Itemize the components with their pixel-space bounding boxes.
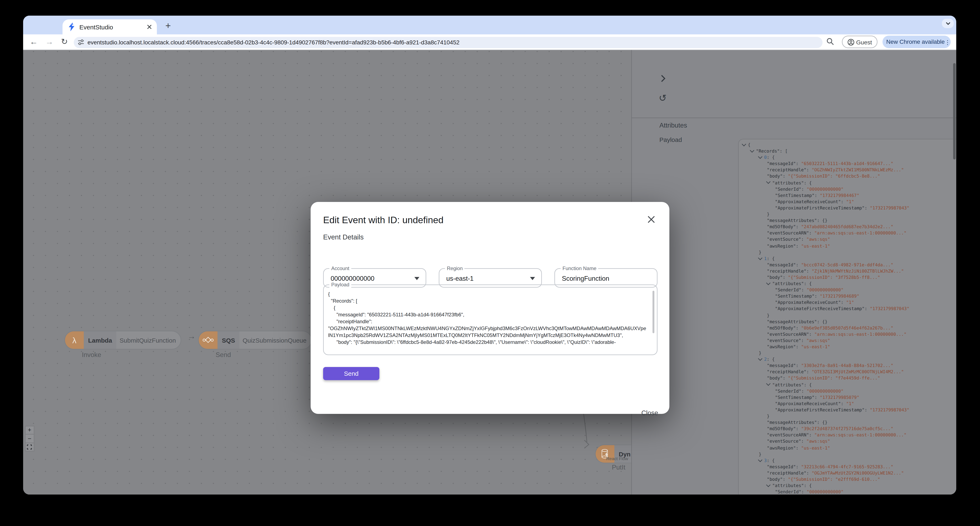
zoom-in-button[interactable]: + bbox=[25, 426, 33, 435]
json-line: "body": "{"SubmissionID": "3f7528b5-ff8.… bbox=[739, 274, 956, 281]
field-value: us-east-1 bbox=[446, 269, 474, 287]
json-line: "eventSourceARN": "arn:aws:sqs:us-east-1… bbox=[739, 230, 956, 236]
json-line: "SenderId": "000000000000" bbox=[739, 287, 956, 293]
json-line: "SentTimestamp": "1732179984689" bbox=[739, 293, 956, 300]
browser-toolbar: ← → ↻ eventstudio.localhost.localstack.c… bbox=[23, 34, 956, 50]
collapse-arrow-icon[interactable] bbox=[758, 255, 762, 260]
collapse-arrow-icon[interactable] bbox=[742, 142, 746, 146]
json-line: } bbox=[739, 249, 956, 255]
search-icon[interactable] bbox=[826, 38, 834, 46]
forward-button[interactable]: → bbox=[45, 35, 54, 49]
menu-kebab-icon[interactable]: ⋮ bbox=[945, 38, 951, 45]
modal-close-icon[interactable] bbox=[647, 215, 655, 224]
collapse-arrow-icon[interactable] bbox=[766, 281, 770, 285]
json-line: "messageId": "32213c66-4794-4fc7-9165-92… bbox=[739, 464, 956, 470]
dropdown-arrow-icon bbox=[414, 277, 419, 280]
json-line: "body": "{"SubmissionID": "f7e4459d-ffe.… bbox=[739, 375, 956, 382]
json-line: } bbox=[739, 413, 956, 419]
profile-button[interactable]: Guest bbox=[842, 36, 878, 48]
json-line: "messageAttributes": {} bbox=[739, 419, 956, 426]
json-line: "receiptHandle": "OGJmYTAwMzUtZGY2Ni00OG… bbox=[739, 470, 956, 477]
zoom-out-button[interactable]: − bbox=[25, 435, 33, 443]
json-line[interactable]: 3: { bbox=[739, 457, 956, 464]
payload-json-viewer[interactable]: {"Records": [0: {"messageId": "65032221-… bbox=[738, 139, 956, 494]
json-line: "messageAttributes": {} bbox=[739, 319, 956, 325]
site-settings-icon[interactable] bbox=[78, 39, 84, 46]
url-text: eventstudio.localhost.localstack.cloud:4… bbox=[88, 39, 460, 45]
address-bar[interactable]: eventstudio.localhost.localstack.cloud:4… bbox=[74, 37, 822, 48]
json-line[interactable]: 1: { bbox=[739, 255, 956, 262]
json-line: "SenderId": "000000000000" bbox=[739, 186, 956, 192]
profile-label: Guest bbox=[856, 38, 872, 45]
eventstudio-favicon bbox=[67, 22, 76, 31]
tab-close-icon[interactable] bbox=[147, 24, 152, 29]
json-line: "ApproximateReceiveCount": "1" bbox=[739, 199, 956, 205]
json-tree: {"Records": [0: {"messageId": "65032221-… bbox=[739, 139, 956, 494]
browser-window: EventStudio + ← → ↻ eventstudio.loc bbox=[23, 16, 956, 494]
edge-action-label: PutIt bbox=[612, 463, 631, 471]
json-line[interactable]: { bbox=[739, 142, 956, 148]
json-line: "awsRegion": "us-east-1" bbox=[739, 243, 956, 249]
json-line: "SentTimestamp": "1732179985079" bbox=[739, 394, 956, 400]
json-line: "messageId": "65032221-5111-443b-a1d4-91… bbox=[739, 161, 956, 167]
json-line: } bbox=[739, 312, 956, 319]
collapse-arrow-icon[interactable] bbox=[766, 382, 770, 386]
modal-title: Edit Event with ID: undefined bbox=[323, 214, 444, 225]
json-line[interactable]: "attributes": { bbox=[739, 180, 956, 186]
json-line: "md5OfBody": "247abd08240465fdd687ee7b34… bbox=[739, 224, 956, 230]
send-button[interactable]: Send bbox=[323, 367, 379, 380]
json-line: "receiptHandle": "Zjk1NjNkMWYtNzJiNi00ZT… bbox=[739, 268, 956, 274]
json-line: "SentTimestamp": "1732179984467" bbox=[739, 192, 956, 199]
payload-field: Payload { "Records": [ { "messageId": "6… bbox=[323, 284, 657, 355]
back-button[interactable]: ← bbox=[29, 35, 39, 49]
page-scrollbar[interactable] bbox=[953, 63, 956, 159]
fit-view-icon bbox=[27, 444, 32, 449]
section-title: Event Details bbox=[323, 233, 364, 241]
json-line: } bbox=[739, 350, 956, 356]
collapse-arrow-icon[interactable] bbox=[766, 180, 770, 184]
json-line: "receiptHandle": "OTE3ZGI3MjUtZmMzMC00OT… bbox=[739, 369, 956, 375]
replay-icon[interactable]: ↻ bbox=[659, 92, 667, 104]
collapse-arrow-icon[interactable] bbox=[758, 356, 762, 360]
canvas-zoom-controls: + − bbox=[25, 426, 34, 452]
attributes-section-header[interactable]: Attributes bbox=[659, 121, 687, 129]
payload-field-label: Payload bbox=[659, 136, 682, 143]
chevron-down-icon bbox=[945, 22, 950, 25]
person-icon bbox=[847, 38, 854, 45]
payload-scrollbar[interactable] bbox=[652, 290, 655, 333]
json-line[interactable]: 0: { bbox=[739, 155, 956, 161]
reload-button[interactable]: ↻ bbox=[59, 35, 69, 49]
tab-search-button[interactable] bbox=[942, 19, 954, 28]
json-line: "eventSource": "aws:sqs" bbox=[739, 236, 956, 243]
json-line: } bbox=[739, 211, 956, 218]
panel-collapse-icon[interactable] bbox=[661, 74, 666, 83]
tab-eventstudio[interactable]: EventStudio bbox=[62, 19, 157, 34]
dropdown-arrow-icon bbox=[530, 277, 535, 280]
collapse-arrow-icon[interactable] bbox=[766, 483, 770, 487]
json-line: "SenderId": "000000000000" bbox=[739, 388, 956, 394]
payload-textarea[interactable]: { "Records": [ { "messageId": "65032221-… bbox=[328, 290, 647, 351]
collapse-arrow-icon[interactable] bbox=[758, 155, 762, 158]
json-line[interactable]: "attributes": { bbox=[739, 483, 956, 489]
react-flow-attribution[interactable]: React Flow bbox=[606, 456, 628, 461]
chrome-update-button[interactable]: New Chrome available ⋮ bbox=[883, 36, 951, 48]
field-value: ScoringFunction bbox=[562, 269, 609, 287]
collapse-arrow-icon[interactable] bbox=[750, 148, 754, 152]
json-line: "ApproximateReceiveCount": "1" bbox=[739, 300, 956, 306]
json-line[interactable]: "attributes": { bbox=[739, 382, 956, 388]
json-line: "md5OfBody": "0b6e9ef385d0507d5f46e4f62a… bbox=[739, 325, 956, 331]
close-button[interactable]: Close bbox=[641, 409, 658, 416]
json-line: "ApproximateReceiveCount": "1" bbox=[739, 401, 956, 407]
json-line: "body": "{"SubmissionID": "e2fff69d-610.… bbox=[739, 477, 956, 483]
new-tab-button[interactable]: + bbox=[161, 19, 175, 32]
json-line: "messageId": "3303e2fa-8a91-44a8-884a-52… bbox=[739, 363, 956, 369]
edit-event-modal: Edit Event with ID: undefined Event Deta… bbox=[311, 202, 670, 414]
json-line: "messageId": "bccc0742-5cd8-4982-971e-dd… bbox=[739, 262, 956, 268]
json-line: "awsRegion": "us-east-1" bbox=[739, 344, 956, 350]
json-line[interactable]: "attributes": { bbox=[739, 281, 956, 287]
json-line[interactable]: "Records": [ bbox=[739, 148, 956, 155]
json-line[interactable]: 2: { bbox=[739, 357, 956, 363]
fit-view-button[interactable] bbox=[25, 443, 33, 451]
collapse-arrow-icon[interactable] bbox=[758, 457, 762, 461]
json-line: "eventSource": "aws:sqs" bbox=[739, 438, 956, 445]
